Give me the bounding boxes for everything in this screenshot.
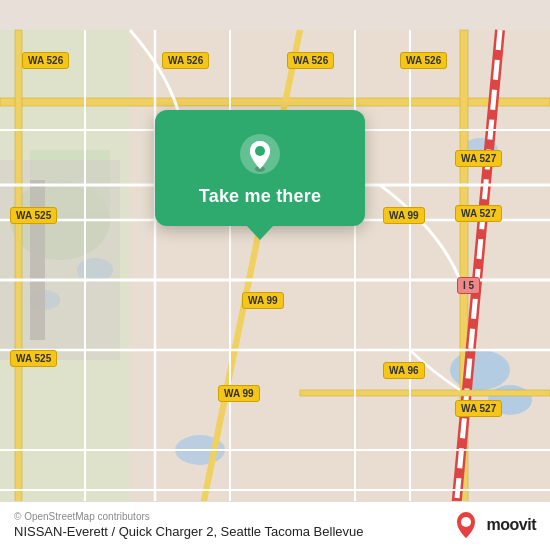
badge-wa99-mid: WA 99 — [242, 292, 284, 309]
badge-wa96: WA 96 — [383, 362, 425, 379]
badge-wa527-mid: WA 527 — [455, 205, 502, 222]
moovit-text: moovit — [487, 516, 536, 534]
take-me-there-button[interactable]: Take me there — [199, 186, 321, 208]
badge-wa526-mid: WA 526 — [162, 52, 209, 69]
badge-wa526-right: WA 526 — [287, 52, 334, 69]
badge-wa527-bot: WA 527 — [455, 400, 502, 417]
badge-wa525-bot: WA 525 — [10, 350, 57, 367]
location-title: NISSAN-Everett / Quick Charger 2, Seattl… — [14, 524, 363, 539]
map-svg — [0, 0, 550, 550]
badge-wa525-top: WA 525 — [10, 207, 57, 224]
moovit-logo: moovit — [451, 510, 536, 540]
badge-wa527-top: WA 527 — [455, 150, 502, 167]
popup-card: Take me there — [155, 110, 365, 226]
svg-rect-11 — [30, 180, 45, 340]
map-container: WA 526 WA 526 WA 526 WA 526 WA 527 WA 52… — [0, 0, 550, 550]
svg-rect-19 — [300, 390, 550, 396]
badge-wa526-far: WA 526 — [400, 52, 447, 69]
location-pin-icon — [238, 132, 282, 176]
svg-point-35 — [255, 146, 265, 156]
svg-rect-18 — [15, 30, 22, 520]
badge-i5: I 5 — [457, 277, 480, 294]
bottom-bar: © OpenStreetMap contributors NISSAN-Ever… — [0, 501, 550, 550]
svg-point-6 — [450, 350, 510, 390]
copyright-text: © OpenStreetMap contributors — [14, 511, 363, 522]
badge-wa99-right: WA 99 — [383, 207, 425, 224]
moovit-pin-icon — [451, 510, 481, 540]
bottom-left: © OpenStreetMap contributors NISSAN-Ever… — [14, 511, 363, 539]
svg-point-36 — [461, 517, 471, 527]
badge-wa99-low: WA 99 — [218, 385, 260, 402]
badge-wa526-left: WA 526 — [22, 52, 69, 69]
